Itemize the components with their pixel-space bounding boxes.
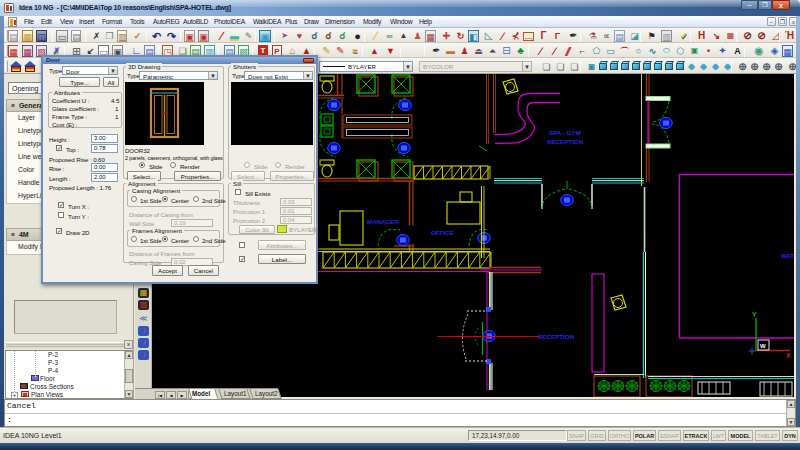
svg-text:OFFICE: OFFICE [431, 229, 454, 236]
svg-text:MANAGER: MANAGER [367, 218, 399, 225]
svg-text:Y: Y [752, 311, 757, 318]
svg-text:RECEPTION: RECEPTION [547, 138, 584, 145]
svg-text:W: W [760, 343, 766, 349]
svg-text:SPA - GYM: SPA - GYM [549, 129, 581, 136]
svg-text:WAT: WAT [781, 253, 794, 259]
svg-text:X: X [786, 352, 791, 359]
svg-text:RECEPTION: RECEPTION [538, 333, 575, 340]
